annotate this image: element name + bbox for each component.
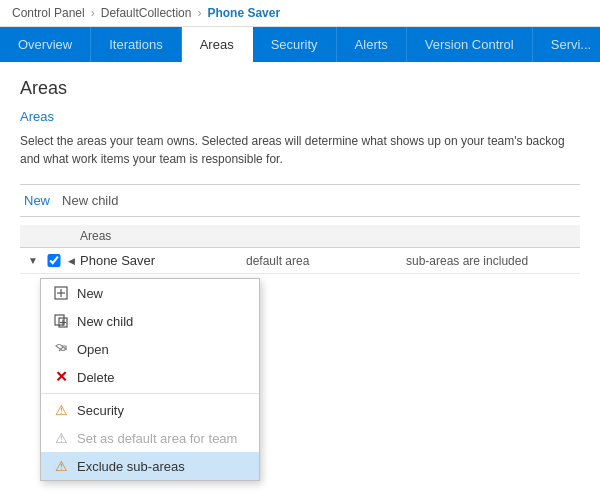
new-button[interactable]: New bbox=[20, 191, 54, 210]
menu-security-label: Security bbox=[77, 403, 124, 418]
page-title: Areas bbox=[20, 78, 580, 99]
tab-version-control[interactable]: Version Control bbox=[407, 27, 533, 62]
table-header: Areas bbox=[20, 225, 580, 248]
menu-item-open[interactable]: Open bbox=[41, 335, 259, 363]
row-expand-arrow[interactable]: ▼ bbox=[28, 255, 40, 266]
menu-item-security[interactable]: ⚠ Security bbox=[41, 396, 259, 424]
toolbar: New New child bbox=[20, 184, 580, 217]
menu-item-new-child[interactable]: New child bbox=[41, 307, 259, 335]
tab-overview[interactable]: Overview bbox=[0, 27, 91, 62]
header-areas-label: Areas bbox=[52, 229, 572, 243]
tab-alerts[interactable]: Alerts bbox=[337, 27, 407, 62]
table-row[interactable]: ▼ ◀ Phone Saver default area sub-areas a… bbox=[20, 248, 580, 274]
breadcrumb-sep-2: › bbox=[197, 6, 201, 20]
tab-iterations[interactable]: Iterations bbox=[91, 27, 181, 62]
row-area-name: Phone Saver bbox=[80, 253, 246, 268]
new-child-icon bbox=[53, 313, 69, 329]
menu-item-new[interactable]: New bbox=[41, 279, 259, 307]
tab-security[interactable]: Security bbox=[253, 27, 337, 62]
exclude-icon: ⚠ bbox=[53, 458, 69, 474]
menu-item-exclude[interactable]: ⚠ Exclude sub-areas bbox=[41, 452, 259, 480]
open-icon bbox=[53, 341, 69, 357]
delete-icon: ✕ bbox=[53, 369, 69, 385]
nav-tabs: Overview Iterations Areas Security Alert… bbox=[0, 27, 600, 62]
breadcrumb-phone-saver[interactable]: Phone Saver bbox=[207, 6, 280, 20]
breadcrumb-control-panel[interactable]: Control Panel bbox=[12, 6, 85, 20]
breadcrumb-sep-1: › bbox=[91, 6, 95, 20]
row-sub-areas: sub-areas are included bbox=[406, 254, 572, 268]
menu-set-default-label: Set as default area for team bbox=[77, 431, 237, 446]
menu-divider-1 bbox=[41, 393, 259, 394]
security-icon: ⚠ bbox=[53, 402, 69, 418]
areas-link[interactable]: Areas bbox=[20, 109, 580, 124]
row-triangle-icon: ◀ bbox=[68, 256, 80, 266]
menu-item-set-default: ⚠ Set as default area for team bbox=[41, 424, 259, 452]
breadcrumb: Control Panel › DefaultCollection › Phon… bbox=[0, 0, 600, 27]
new-child-label: New child bbox=[62, 193, 118, 208]
set-default-icon: ⚠ bbox=[53, 430, 69, 446]
tab-areas[interactable]: Areas bbox=[182, 27, 253, 62]
menu-open-label: Open bbox=[77, 342, 109, 357]
menu-new-child-label: New child bbox=[77, 314, 133, 329]
menu-new-label: New bbox=[77, 286, 103, 301]
menu-exclude-label: Exclude sub-areas bbox=[77, 459, 185, 474]
menu-item-delete[interactable]: ✕ Delete bbox=[41, 363, 259, 391]
row-checkbox[interactable] bbox=[44, 254, 64, 267]
page-description: Select the areas your team owns. Selecte… bbox=[20, 132, 580, 168]
page-content: Areas Areas Select the areas your team o… bbox=[0, 62, 600, 290]
areas-table: Areas ▼ ◀ Phone Saver default area sub-a… bbox=[20, 225, 580, 274]
breadcrumb-default-collection[interactable]: DefaultCollection bbox=[101, 6, 192, 20]
new-icon bbox=[53, 285, 69, 301]
context-menu: New New child Open bbox=[40, 278, 260, 481]
tab-servi[interactable]: Servi... bbox=[533, 27, 600, 62]
menu-delete-label: Delete bbox=[77, 370, 115, 385]
row-default-area: default area bbox=[246, 254, 406, 268]
